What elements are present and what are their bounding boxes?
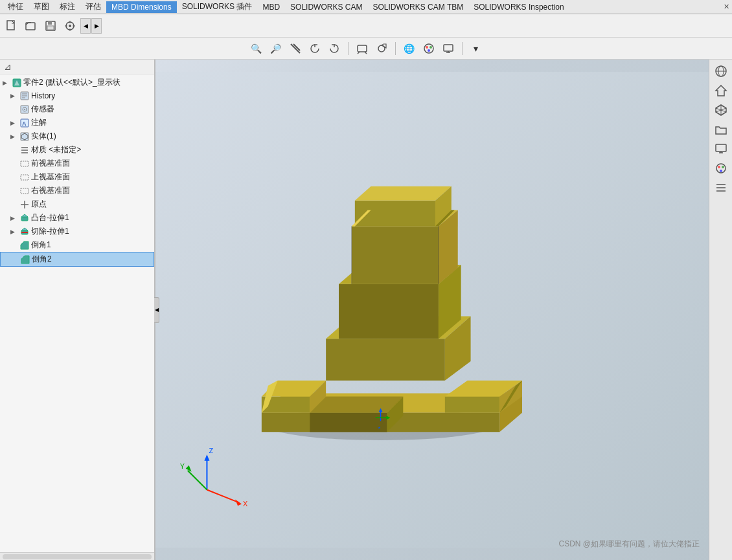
tree-item-material[interactable]: 材质 <未指定> — [0, 143, 154, 157]
svg-point-16 — [426, 46, 428, 49]
svg-rect-39 — [21, 175, 29, 180]
ri-display-btn[interactable] — [712, 159, 730, 177]
origin-icon — [19, 199, 30, 210]
tb2-camera-btn[interactable] — [373, 40, 390, 57]
cut1-label: 切除-拉伸1 — [31, 226, 152, 237]
toolbar-row-1: ◀ ▶ — [0, 14, 732, 38]
tree-item-chamfer2[interactable]: 倒角2 — [0, 252, 154, 267]
ri-monitor-btn[interactable] — [712, 140, 730, 158]
front-plane-icon — [19, 159, 30, 169]
menu-mbd[interactable]: MBD — [257, 1, 285, 13]
tb2-cut-btn[interactable] — [287, 40, 304, 57]
toolbar-new-btn[interactable] — [3, 17, 21, 35]
menu-evaluate[interactable]: 评估 — [80, 0, 106, 14]
tree-item-chamfer1[interactable]: 倒角1 — [0, 238, 154, 252]
tb2-globe-btn[interactable]: 🌐 — [401, 40, 418, 57]
svg-point-18 — [428, 49, 430, 52]
menu-sw-inspection[interactable]: SOLIDWORKS Inspection — [468, 1, 569, 13]
expand-arrow-cut1[interactable]: ▶ — [10, 229, 18, 235]
chamfer2-icon — [20, 254, 30, 265]
cut1-icon — [19, 227, 30, 237]
extrude1-label: 凸台-拉伸1 — [31, 212, 152, 223]
ri-list-btn[interactable] — [712, 179, 730, 197]
part-icon — [12, 78, 22, 88]
expand-arrow-annotation[interactable]: ▶ — [10, 120, 18, 126]
svg-marker-62 — [310, 397, 403, 413]
right-icon-panel — [709, 60, 732, 560]
tb2-view-btn[interactable] — [354, 40, 371, 57]
expand-arrow-part[interactable]: ▶ — [3, 80, 10, 86]
tree-item-sensor[interactable]: 传感器 — [0, 102, 154, 116]
panel-collapse-handle[interactable]: ◀ — [154, 297, 159, 323]
tree-item-part[interactable]: ▶ 零件2 (默认<<默认>_显示状 — [0, 76, 154, 89]
tree-item-solid[interactable]: ▶ 实体(1) — [0, 129, 154, 143]
menu-sw-plugin[interactable]: SOLIDWORKS 插件 — [177, 0, 258, 14]
menu-features[interactable]: 特征 — [3, 0, 29, 14]
expand-arrow-solid[interactable]: ▶ — [10, 133, 18, 140]
tb2-rotate-right-btn[interactable] — [326, 40, 343, 57]
toolbar-back-btn[interactable]: ◀ — [80, 18, 91, 34]
viewport-panel[interactable]: X Y Z * CSDN @如果哪里有问题，请位大佬指正 — [155, 60, 732, 560]
svg-rect-3 — [48, 21, 52, 25]
svg-point-30 — [24, 109, 25, 110]
menu-sw-cam-tbm[interactable]: SOLIDWORKS CAM TBM — [367, 1, 468, 13]
front-plane-label: 前视基准面 — [31, 158, 152, 169]
menu-mbd-dim[interactable]: MBD Dimensions — [106, 1, 177, 13]
svg-text:A: A — [22, 120, 27, 127]
tb2-color-btn[interactable] — [420, 40, 437, 57]
ri-folder-btn[interactable] — [712, 120, 730, 139]
tb2-search-btn[interactable]: 🔍 — [248, 40, 265, 57]
svg-marker-100 — [716, 85, 726, 96]
svg-rect-38 — [21, 161, 29, 166]
tb2-sep-2 — [395, 42, 396, 55]
toolbar-open-btn[interactable] — [22, 17, 40, 35]
ri-3d-btn[interactable] — [712, 101, 730, 119]
tree-item-cut1[interactable]: ▶ 切除-拉伸1 — [0, 225, 154, 238]
tree-item-front-plane[interactable]: 前视基准面 — [0, 157, 154, 170]
tb2-screen-btn[interactable] — [440, 40, 457, 57]
close-tab-icon[interactable]: ✕ — [724, 3, 729, 11]
menu-sw-cam[interactable]: SOLIDWORKS CAM — [285, 1, 367, 13]
tree-item-history[interactable]: ▶ History — [0, 89, 154, 102]
tb2-zoom-btn[interactable]: 🔎 — [268, 40, 284, 57]
origin-label: 原点 — [31, 199, 152, 210]
svg-text:Y: Y — [180, 462, 185, 470]
toolbar-target-btn[interactable] — [61, 17, 79, 35]
annotation-label: 注解 — [31, 117, 152, 128]
menu-sketch[interactable]: 草图 — [29, 0, 54, 14]
tb2-chevron-btn[interactable]: ▾ — [468, 40, 485, 57]
svg-rect-4 — [47, 26, 54, 30]
ri-home-btn[interactable] — [712, 82, 730, 100]
svg-text:X: X — [243, 500, 248, 508]
chamfer2-label: 倒角2 — [32, 254, 151, 265]
tree-item-origin[interactable]: 原点 — [0, 197, 154, 211]
top-plane-icon — [19, 172, 30, 183]
toolbar-forward-btn[interactable]: ▶ — [91, 18, 102, 34]
tree-item-right-plane[interactable]: 右视基准面 — [0, 184, 154, 197]
tb2-rotate-left-btn[interactable] — [306, 40, 323, 57]
feature-tree: ▶ 零件2 (默认<<默认>_显示状 ▶ History — [0, 74, 154, 552]
svg-rect-43 — [21, 217, 28, 221]
svg-marker-74 — [355, 186, 452, 201]
svg-rect-13 — [358, 45, 367, 52]
model-svg: X Y Z * — [155, 60, 709, 560]
svg-marker-48 — [21, 241, 29, 249]
expand-arrow-history[interactable]: ▶ — [10, 93, 18, 99]
svg-rect-40 — [21, 188, 29, 194]
horizontal-scrollbar[interactable] — [3, 554, 152, 559]
tree-item-annotation[interactable]: ▶ A 注解 — [0, 116, 154, 129]
tree-item-top-plane[interactable]: 上视基准面 — [0, 170, 154, 184]
left-scrollbar-area — [0, 552, 154, 560]
material-icon — [19, 145, 30, 155]
ri-globe-btn[interactable] — [712, 62, 730, 80]
svg-rect-105 — [716, 144, 726, 151]
svg-text:Z: Z — [209, 447, 213, 454]
toolbar-save-btn[interactable] — [41, 17, 60, 35]
svg-point-17 — [429, 46, 432, 49]
feature-tree-panel: ⊿ ▶ 零件2 (默认<<默认>_显示状 ▶ History — [0, 60, 155, 560]
svg-marker-67 — [339, 284, 439, 339]
menu-markup[interactable]: 标注 — [54, 0, 80, 14]
expand-arrow-extrude1[interactable]: ▶ — [10, 215, 18, 221]
tree-item-extrude1[interactable]: ▶ 凸台-拉伸1 — [0, 211, 154, 225]
sensor-icon — [19, 104, 30, 115]
